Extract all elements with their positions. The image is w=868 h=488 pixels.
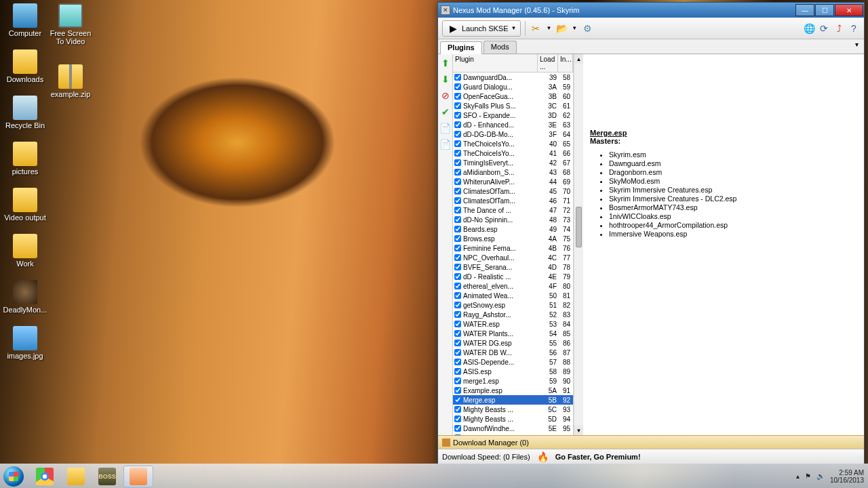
- help-icon[interactable]: ?: [848, 22, 860, 35]
- plugin-row[interactable]: ClimatesOfTam...4570: [453, 186, 573, 196]
- plugin-row[interactable]: WATER Plants...5485: [453, 329, 573, 338]
- plugin-checkbox[interactable]: [454, 254, 461, 261]
- plugin-checkbox[interactable]: [454, 321, 461, 327]
- plugin-checkbox[interactable]: [454, 188, 461, 195]
- launch-button[interactable]: ▶ Launch SKSE ▼: [442, 20, 521, 37]
- gear-icon[interactable]: ⚙: [581, 22, 593, 35]
- plugin-checkbox[interactable]: [454, 387, 461, 394]
- plugin-row[interactable]: WATER DB W...5687: [453, 348, 573, 357]
- plugin-row[interactable]: WATER.esp5384: [453, 319, 573, 329]
- plugin-checkbox[interactable]: [454, 235, 461, 242]
- plugin-row[interactable]: Mighty Beasts ...5C93: [453, 405, 573, 414]
- plugin-row[interactable]: NPC_Overhaul...4C77: [453, 253, 573, 262]
- plugin-checkbox[interactable]: [454, 406, 461, 413]
- desktop-icon[interactable]: DeadlyMon...: [3, 280, 47, 314]
- plugin-row[interactable]: DawnofWindhe...5E95: [453, 424, 573, 433]
- tray-flag-icon[interactable]: ⚑: [805, 472, 811, 480]
- plugin-row[interactable]: ethereal_elven...4F80: [453, 281, 573, 291]
- plugin-row[interactable]: Example.esp5A91: [453, 386, 573, 395]
- scroll-thumb[interactable]: [576, 207, 582, 247]
- col-load[interactable]: Load ...: [538, 54, 558, 72]
- folder-open-icon[interactable]: 📂: [555, 22, 568, 35]
- plugin-checkbox[interactable]: [454, 302, 461, 308]
- plugin-checkbox[interactable]: [454, 292, 461, 299]
- plugin-row[interactable]: Rayg_Ashstor...5283: [453, 310, 573, 319]
- plugin-row[interactable]: TheChoiceIsYo...4166: [453, 148, 573, 158]
- plugin-row[interactable]: TimingIsEveryt...4267: [453, 158, 573, 167]
- plugin-row[interactable]: ASIS-Depende...5788: [453, 357, 573, 367]
- plugin-checkbox[interactable]: [454, 368, 461, 375]
- plugin-row[interactable]: Brows.esp4A75: [453, 234, 573, 243]
- plugin-checkbox[interactable]: [454, 131, 461, 138]
- logout-icon[interactable]: ⤴: [833, 22, 845, 35]
- globe-icon[interactable]: 🌐: [803, 22, 815, 35]
- plugin-row[interactable]: getSnowy.esp5182: [453, 300, 573, 310]
- plugin-row[interactable]: SkyFalls Plus S...3C61: [453, 101, 573, 110]
- status-premium[interactable]: Go Faster, Go Premium!: [555, 453, 641, 461]
- plugin-checkbox[interactable]: [454, 197, 461, 204]
- plugin-checkbox[interactable]: [454, 83, 461, 90]
- desktop-icon[interactable]: Recycle Bin: [3, 96, 47, 129]
- plugin-row[interactable]: The Dance of ...4772: [453, 205, 573, 215]
- minimize-button[interactable]: —: [795, 4, 814, 16]
- plugin-checkbox[interactable]: [454, 415, 461, 422]
- plugin-checkbox[interactable]: [454, 178, 461, 185]
- taskbar-nmm[interactable]: [123, 466, 153, 487]
- plugin-checkbox[interactable]: [454, 283, 461, 289]
- tab-plugins[interactable]: Plugins: [440, 41, 482, 54]
- desktop-icon[interactable]: Video output: [3, 188, 47, 222]
- plugin-row[interactable]: Solstheim Clim...5F96: [453, 433, 573, 435]
- plugin-row[interactable]: dD-DG-DB-Mo...3F64: [453, 129, 573, 139]
- plugin-row[interactable]: SFO - Expande...3D62: [453, 110, 573, 120]
- plugin-row[interactable]: Merge.esp5B92: [453, 395, 573, 405]
- export-icon[interactable]: 📄: [439, 122, 452, 134]
- taskbar-chrome[interactable]: [30, 466, 60, 487]
- desktop-icon[interactable]: images.jpg: [3, 326, 47, 360]
- plugin-row[interactable]: DawnguardDa...3958: [453, 73, 573, 82]
- scroll-down-icon[interactable]: ▼: [574, 426, 583, 435]
- plugin-row[interactable]: TheChoiceIsYo...4065: [453, 139, 573, 148]
- plugin-row[interactable]: Feminine Fema...4B76: [453, 243, 573, 253]
- tab-mods[interactable]: Mods: [484, 41, 517, 54]
- import-icon[interactable]: 📄: [439, 138, 452, 150]
- plugin-row[interactable]: dD - Realistic ...4E79: [453, 272, 573, 281]
- desktop-icon[interactable]: Downloads: [3, 49, 47, 83]
- desktop-icon[interactable]: pictures: [3, 142, 47, 176]
- plugin-checkbox[interactable]: [454, 150, 461, 157]
- plugin-checkbox[interactable]: [454, 425, 461, 432]
- plugin-row[interactable]: OpenFaceGua...3B60: [453, 92, 573, 101]
- plugin-row[interactable]: merge1.esp5990: [453, 376, 573, 386]
- move-down-icon[interactable]: ⬇: [439, 73, 452, 85]
- taskbar-explorer[interactable]: [61, 466, 91, 487]
- tabs-dropdown[interactable]: ▾: [851, 41, 862, 54]
- plugin-checkbox[interactable]: [454, 340, 461, 346]
- tools-icon[interactable]: ✂: [530, 22, 542, 35]
- plugin-row[interactable]: WATER DG.esp5586: [453, 338, 573, 348]
- plugin-row[interactable]: Animated Wea...5081: [453, 291, 573, 300]
- plugin-row[interactable]: aMidianborn_S...4368: [453, 167, 573, 177]
- plugin-row[interactable]: dD - Enhanced...3E63: [453, 120, 573, 129]
- plugin-checkbox[interactable]: [454, 121, 461, 128]
- plugin-row[interactable]: WhiterunAliveP...4469: [453, 177, 573, 186]
- plugin-checkbox[interactable]: [454, 112, 461, 119]
- enable-icon[interactable]: ✔: [439, 106, 452, 118]
- disable-icon[interactable]: ⊘: [439, 89, 452, 102]
- plugin-row[interactable]: Mighty Beasts ...5D94: [453, 414, 573, 424]
- move-up-icon[interactable]: ⬆: [439, 57, 452, 69]
- col-plugin[interactable]: Plugin: [453, 54, 538, 72]
- desktop-icon[interactable]: Free Screen To Video: [49, 3, 92, 45]
- plugin-checkbox[interactable]: [454, 245, 461, 251]
- plugin-checkbox[interactable]: [454, 434, 461, 435]
- titlebar[interactable]: ✕ Nexus Mod Manager (0.45.6) - Skyrim — …: [438, 3, 864, 18]
- desktop-icon[interactable]: example.zip: [49, 64, 92, 98]
- close-button[interactable]: ✕: [835, 4, 863, 16]
- plugin-checkbox[interactable]: [454, 207, 461, 214]
- plugin-scrollbar[interactable]: ▲ ▼: [574, 54, 583, 435]
- plugin-checkbox[interactable]: [454, 359, 461, 365]
- plugin-row[interactable]: ClimatesOfTam...4671: [453, 196, 573, 205]
- plugin-row[interactable]: dD-No Spinnin...4873: [453, 215, 573, 224]
- plugin-checkbox[interactable]: [454, 226, 461, 232]
- plugin-checkbox[interactable]: [454, 273, 461, 280]
- plugin-checkbox[interactable]: [454, 74, 461, 81]
- plugin-checkbox[interactable]: [454, 311, 461, 318]
